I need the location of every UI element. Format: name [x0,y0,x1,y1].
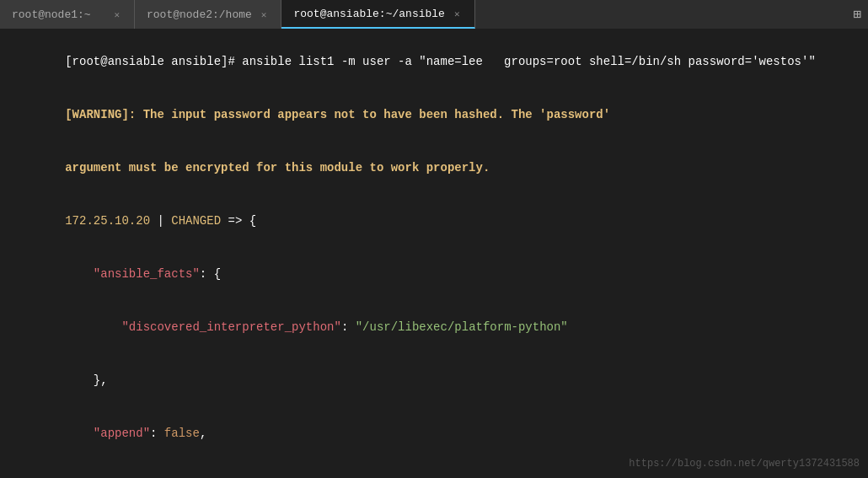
watermark: https://blog.csdn.net/qwerty1372431588 [629,458,860,470]
terminal-line-l1: "ansible_facts": { [8,248,860,301]
tab-ansible[interactable]: root@ansiable:~/ansible ✕ [281,0,474,29]
tab-node1[interactable]: root@node1:~ ✕ [0,0,135,29]
terminal-line-changed: 172.25.10.20 | CHANGED => { [8,195,860,248]
terminal-line-warn1: [WARNING]: The input password appears no… [8,89,860,142]
terminal-line-cmd: [root@ansiable ansible]# ansible list1 -… [8,35,860,89]
tab-node1-label: root@node1:~ [12,8,91,21]
tab-node2[interactable]: root@node2:/home ✕ [135,0,281,29]
terminal-line-warn2: argument must be encrypted for this modu… [8,142,860,195]
tab-bar: root@node1:~ ✕ root@node2:/home ✕ root@a… [0,0,868,29]
tab-node1-close[interactable]: ✕ [111,8,122,21]
terminal-line-l3: }, [8,354,860,407]
tab-node2-label: root@node2:/home [147,8,252,21]
terminal-container: [root@ansiable ansible]# ansible list1 -… [0,29,868,478]
terminal-window: root@node1:~ ✕ root@node2:/home ✕ root@a… [0,0,868,478]
tab-node2-close[interactable]: ✕ [259,8,270,21]
terminal-body: [root@ansiable ansible]# ansible list1 -… [0,29,868,478]
tab-ansible-label: root@ansiable:~/ansible [293,8,444,20]
terminal-line-l2: "discovered_interpreter_python": "/usr/l… [8,301,860,354]
tab-ansible-close[interactable]: ✕ [452,8,463,20]
terminal-icon[interactable]: ⊞ [853,6,861,23]
terminal-line-l4: "append": false, [8,407,860,460]
